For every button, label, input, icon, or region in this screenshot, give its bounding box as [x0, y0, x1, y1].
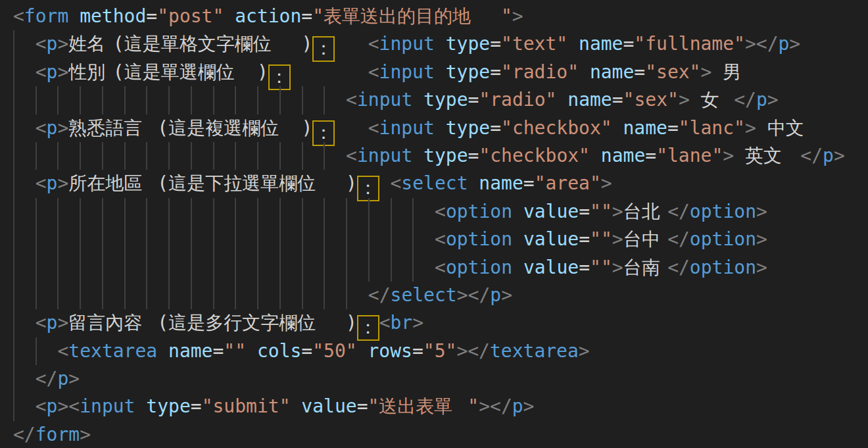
code-token: </: [800, 145, 823, 166]
code-token: </: [490, 395, 512, 417]
code-token: [435, 61, 446, 83]
code-token: <: [13, 5, 24, 27]
code-token: =: [191, 395, 202, 417]
code-token: >: [501, 284, 512, 306]
code-token: <: [346, 89, 357, 111]
code-token: 姓名: [68, 30, 112, 58]
code-token: option: [446, 201, 512, 222]
code-token: 這是單格文字欄位: [124, 30, 302, 58]
code-token: <: [36, 117, 47, 139]
code-token: (: [113, 33, 124, 55]
code-token: =: [490, 61, 501, 83]
code-token: p: [47, 33, 58, 55]
code-token: p: [779, 33, 790, 55]
code-token: 這是單選欄位: [124, 59, 257, 86]
code-token: "checkbox": [479, 145, 590, 166]
code-token: =: [490, 117, 501, 139]
code-token: =: [645, 145, 656, 166]
indent-guides: [13, 393, 36, 420]
code-token: 這是下拉選單欄位: [168, 170, 346, 197]
code-token: 這是複選欄位: [168, 114, 301, 142]
code-token: textarea: [490, 340, 579, 362]
code-token: =: [146, 5, 157, 27]
code-token: =: [579, 228, 590, 250]
code-token: "radio": [501, 61, 579, 83]
code-editor[interactable]: <form method="post" action="表單送出的目的地"><p…: [0, 0, 868, 448]
code-token: >: [756, 257, 767, 278]
code-token: >: [612, 257, 623, 278]
indent-guides: [13, 309, 36, 337]
code-token: [579, 61, 590, 83]
code-token: [224, 5, 235, 27]
code-token: (: [157, 117, 168, 139]
code-line: <textarea name="" cols="50" rows="5"></t…: [13, 337, 868, 365]
code-token: "5": [423, 340, 457, 362]
code-token: 熟悉語言: [68, 114, 157, 142]
indent-guides: [13, 365, 36, 393]
code-token: >: [57, 395, 68, 417]
code-line: <p><input type="submit" value="送出表單"></p…: [13, 393, 868, 420]
code-line: <p>性別(這是單選欄位)： <input type="radio" name=…: [13, 59, 868, 86]
code-token: name: [590, 61, 634, 83]
code-token: 英文: [745, 142, 789, 170]
code-token: (: [113, 61, 124, 83]
code-line: <form method="post" action="表單送出的目的地">: [13, 3, 868, 30]
code-token: option: [690, 201, 756, 222]
code-token: =: [468, 89, 479, 111]
code-token: (: [157, 312, 168, 334]
code-token: "lanc": [679, 117, 745, 139]
code-token: option: [446, 257, 512, 278]
code-token: [435, 33, 446, 55]
code-token: cols: [257, 340, 301, 362]
code-token: p: [490, 284, 501, 306]
code-line: </p>: [13, 365, 868, 393]
code-token: </: [368, 284, 391, 306]
code-token: [157, 340, 168, 362]
code-token: <: [379, 312, 391, 334]
code-token: value: [523, 201, 579, 222]
code-token: value: [301, 395, 356, 417]
indent-guides: [13, 30, 36, 58]
code-token: [246, 340, 257, 362]
code-token: option: [446, 228, 512, 250]
code-token: =: [523, 172, 535, 194]
code-token: "checkbox": [501, 117, 612, 139]
code-token: <: [368, 33, 379, 55]
code-token: input: [80, 395, 135, 417]
code-token: [290, 395, 301, 417]
code-token: ": [368, 395, 379, 417]
code-token: input: [357, 89, 412, 111]
code-token: "lane": [656, 145, 723, 166]
indent-guides: [13, 86, 346, 114]
code-token: form: [36, 424, 80, 445]
code-token: >: [457, 284, 468, 306]
code-token: </: [36, 368, 58, 389]
code-token: [612, 117, 623, 139]
code-token: [435, 117, 446, 139]
code-token: [291, 61, 368, 83]
code-token: "sex": [645, 61, 700, 83]
code-token: value: [523, 257, 579, 278]
code-token: [512, 257, 523, 278]
code-token: [690, 89, 701, 111]
code-token: "submit": [202, 395, 291, 417]
code-token: >: [512, 5, 523, 27]
code-token: value: [523, 228, 579, 250]
code-token: 送出表單: [379, 393, 468, 420]
code-token: <: [36, 33, 47, 55]
code-token: =: [412, 340, 423, 362]
code-token: [135, 395, 146, 417]
code-token: option: [690, 257, 756, 278]
code-token: ): [302, 33, 313, 55]
code-token: <: [368, 61, 379, 83]
code-token: >: [723, 145, 734, 166]
code-token: =: [490, 33, 501, 55]
indent-guides: [13, 198, 435, 226]
code-token: ): [302, 117, 313, 139]
code-token: >: [57, 172, 68, 194]
code-line: </select></p>: [13, 282, 868, 309]
code-token: name: [567, 89, 612, 111]
code-token: >: [789, 33, 800, 55]
code-line: <option value="">台中</option>: [13, 226, 868, 253]
code-token: =: [579, 201, 590, 222]
